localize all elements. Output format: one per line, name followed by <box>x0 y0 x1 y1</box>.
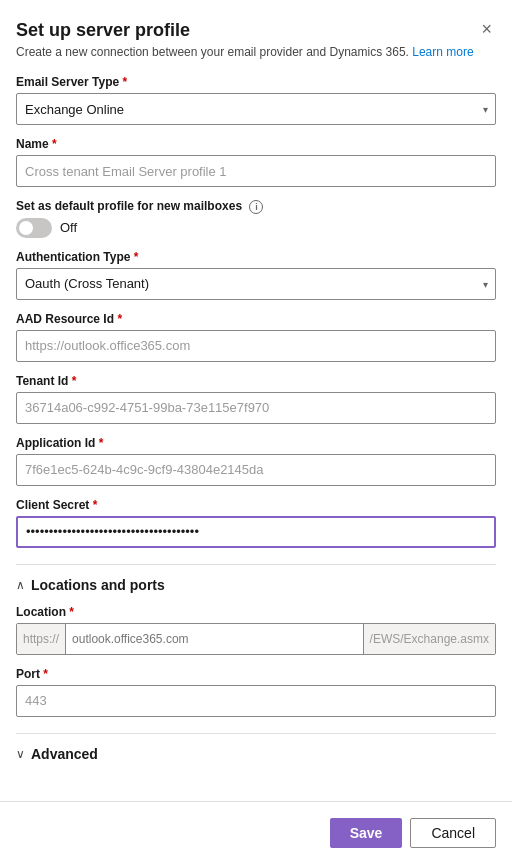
location-middle-input[interactable] <box>66 624 363 654</box>
default-profile-group: Set as default profile for new mailboxes… <box>16 199 496 238</box>
cancel-button[interactable]: Cancel <box>410 818 496 848</box>
dialog-subtitle: Create a new connection between your ema… <box>16 45 496 59</box>
toggle-row: Off <box>16 218 496 238</box>
authentication-type-group: Authentication Type * Oauth (Cross Tenan… <box>16 250 496 300</box>
authentication-type-select[interactable]: Oauth (Cross Tenant) S2S Username and Pa… <box>16 268 496 300</box>
chevron-up-icon: ∧ <box>16 578 25 592</box>
name-input[interactable] <box>16 155 496 187</box>
advanced-title: Advanced <box>31 746 98 762</box>
dialog-header: Set up server profile × <box>16 20 496 41</box>
email-server-type-wrapper: Exchange Online Exchange On-premises SMT… <box>16 93 496 125</box>
close-button[interactable]: × <box>477 20 496 38</box>
location-prefix: https:// <box>17 624 66 654</box>
port-label: Port * <box>16 667 496 681</box>
client-secret-label: Client Secret * <box>16 498 496 512</box>
aad-resource-id-group: AAD Resource Id * <box>16 312 496 362</box>
tenant-id-input[interactable] <box>16 392 496 424</box>
location-suffix: /EWS/Exchange.asmx <box>363 624 495 654</box>
application-id-label: Application Id * <box>16 436 496 450</box>
email-server-type-label: Email Server Type * <box>16 75 496 89</box>
port-group: Port * <box>16 667 496 717</box>
application-id-group: Application Id * <box>16 436 496 486</box>
client-secret-group: Client Secret * <box>16 498 496 548</box>
section-divider-2 <box>16 733 496 734</box>
locations-ports-header[interactable]: ∧ Locations and ports <box>16 577 496 593</box>
save-button[interactable]: Save <box>330 818 403 848</box>
authentication-type-label: Authentication Type * <box>16 250 496 264</box>
default-profile-label: Set as default profile for new mailboxes… <box>16 199 496 214</box>
location-label: Location * <box>16 605 496 619</box>
tenant-id-label: Tenant Id * <box>16 374 496 388</box>
default-profile-info-icon[interactable]: i <box>249 200 263 214</box>
name-group: Name * <box>16 137 496 187</box>
application-id-input[interactable] <box>16 454 496 486</box>
dialog-container: Set up server profile × Create a new con… <box>0 0 512 864</box>
port-input[interactable] <box>16 685 496 717</box>
authentication-type-wrapper: Oauth (Cross Tenant) S2S Username and Pa… <box>16 268 496 300</box>
default-profile-toggle[interactable] <box>16 218 52 238</box>
client-secret-input[interactable] <box>16 516 496 548</box>
aad-resource-id-label: AAD Resource Id * <box>16 312 496 326</box>
aad-resource-id-input[interactable] <box>16 330 496 362</box>
email-server-type-select[interactable]: Exchange Online Exchange On-premises SMT… <box>16 93 496 125</box>
advanced-header[interactable]: ∨ Advanced <box>16 746 496 762</box>
chevron-down-icon: ∨ <box>16 747 25 761</box>
location-group: Location * https:// /EWS/Exchange.asmx <box>16 605 496 655</box>
dialog-title: Set up server profile <box>16 20 190 41</box>
location-field-wrapper: https:// /EWS/Exchange.asmx <box>16 623 496 655</box>
name-label: Name * <box>16 137 496 151</box>
dialog-footer: Save Cancel <box>0 801 512 864</box>
section-divider-1 <box>16 564 496 565</box>
tenant-id-group: Tenant Id * <box>16 374 496 424</box>
email-server-type-group: Email Server Type * Exchange Online Exch… <box>16 75 496 125</box>
locations-ports-title: Locations and ports <box>31 577 165 593</box>
advanced-section: ∨ Advanced <box>16 746 496 762</box>
toggle-label: Off <box>60 220 77 235</box>
learn-more-link[interactable]: Learn more <box>412 45 473 59</box>
toggle-knob <box>19 221 33 235</box>
